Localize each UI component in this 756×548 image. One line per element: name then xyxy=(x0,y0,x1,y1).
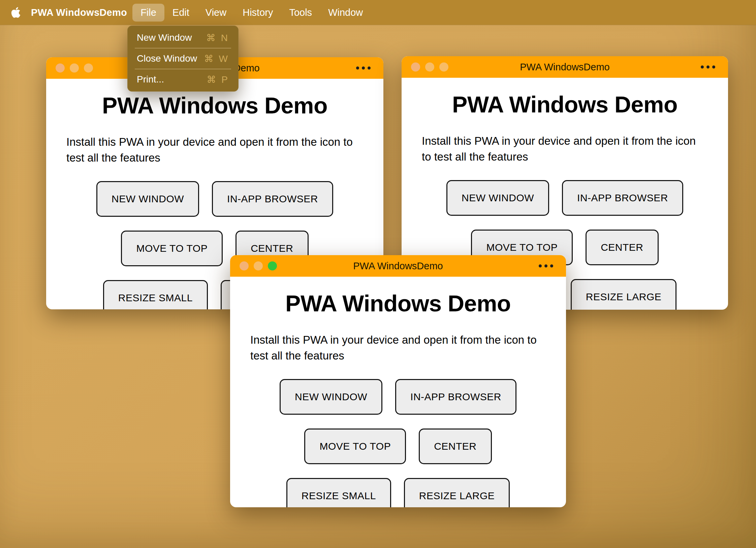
center-button[interactable]: CENTER xyxy=(419,429,492,464)
ellipsis-menu-icon[interactable] xyxy=(539,265,553,268)
center-button[interactable]: CENTER xyxy=(586,230,658,265)
file-menu-dropdown: New Window ⌘ N Close Window ⌘ W Print...… xyxy=(127,26,239,92)
menu-separator xyxy=(135,48,231,48)
description: Install this PWA in your device and open… xyxy=(422,133,708,164)
menubar-item-file[interactable]: File xyxy=(132,4,164,22)
menu-item-label: Close Window xyxy=(137,53,197,64)
resize-large-button[interactable]: RESIZE LARGE xyxy=(404,478,510,507)
window-content: PWA Windows Demo Install this PWA in you… xyxy=(230,277,566,507)
resize-small-button[interactable]: RESIZE SMALL xyxy=(286,478,391,507)
titlebar[interactable]: PWA WindowsDemo xyxy=(402,56,728,78)
in-app-browser-button[interactable]: IN-APP BROWSER xyxy=(212,181,333,217)
ellipsis-menu-icon[interactable] xyxy=(356,67,371,70)
page-title: PWA Windows Demo xyxy=(250,292,546,315)
menu-item-label: New Window xyxy=(137,32,192,43)
menubar: PWA WindowsDemo File Edit View History T… xyxy=(0,0,756,25)
menu-item-shortcut: ⌘ N xyxy=(206,32,229,43)
menubar-item-tools[interactable]: Tools xyxy=(281,4,320,22)
desktop: PWA WindowsDemo File Edit View History T… xyxy=(0,0,756,548)
new-window-button[interactable]: NEW WINDOW xyxy=(446,180,549,216)
resize-large-button[interactable]: RESIZE LARGE xyxy=(571,279,676,310)
window-title: PWA WindowsDemo xyxy=(402,56,728,78)
menubar-item-history[interactable]: History xyxy=(234,4,281,22)
new-window-button[interactable]: NEW WINDOW xyxy=(96,181,199,217)
menu-item-label: Print... xyxy=(137,74,164,85)
apple-icon xyxy=(11,6,21,19)
page-title: PWA Windows Demo xyxy=(66,94,363,117)
pwa-window-front: PWA WindowsDemo PWA Windows Demo Install… xyxy=(230,255,566,507)
apple-menu[interactable] xyxy=(10,6,22,19)
menu-item-shortcut: ⌘ P xyxy=(207,74,229,85)
resize-small-button[interactable]: RESIZE SMALL xyxy=(103,280,208,309)
in-app-browser-button[interactable]: IN-APP BROWSER xyxy=(562,180,683,216)
description: Install this PWA in your device and open… xyxy=(250,332,546,363)
menubar-item-edit[interactable]: Edit xyxy=(164,4,197,22)
menubar-app-name: PWA WindowsDemo xyxy=(31,7,127,18)
menu-item-close-window[interactable]: Close Window ⌘ W xyxy=(127,49,239,68)
menu-item-new-window[interactable]: New Window ⌘ N xyxy=(127,28,239,47)
ellipsis-menu-icon[interactable] xyxy=(701,66,715,69)
move-to-top-button[interactable]: MOVE TO TOP xyxy=(304,429,406,464)
in-app-browser-button[interactable]: IN-APP BROWSER xyxy=(395,379,516,415)
move-to-top-button[interactable]: MOVE TO TOP xyxy=(121,231,223,266)
menu-separator xyxy=(135,69,231,69)
titlebar[interactable]: PWA WindowsDemo xyxy=(230,255,566,277)
menubar-item-view[interactable]: View xyxy=(197,4,234,22)
description: Install this PWA in your device and open… xyxy=(66,134,363,165)
button-group: NEW WINDOW IN-APP BROWSER MOVE TO TOP CE… xyxy=(250,379,546,507)
menu-item-shortcut: ⌘ W xyxy=(204,53,229,64)
new-window-button[interactable]: NEW WINDOW xyxy=(280,379,382,415)
page-title: PWA Windows Demo xyxy=(422,93,708,116)
window-title: PWA WindowsDemo xyxy=(230,255,566,277)
menubar-item-window[interactable]: Window xyxy=(320,4,371,22)
menu-item-print[interactable]: Print... ⌘ P xyxy=(127,70,239,89)
